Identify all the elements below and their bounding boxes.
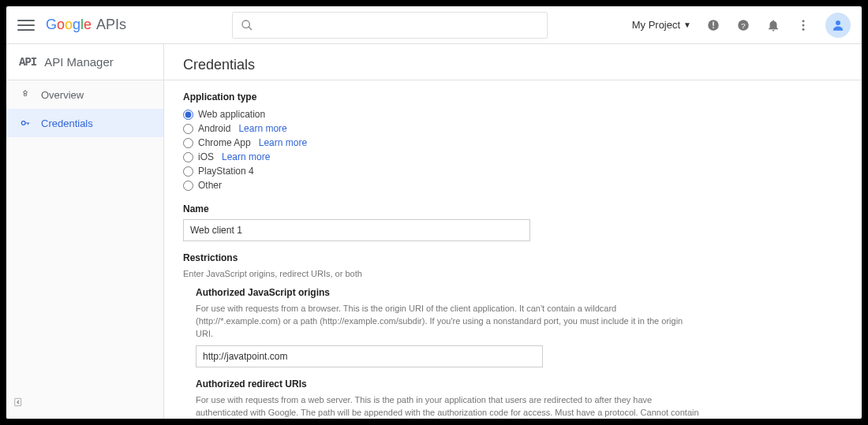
js-origin-input[interactable] [196,345,543,367]
collapse-sidebar-icon[interactable] [6,388,163,419]
alert-icon[interactable] [705,17,721,33]
app-type-android[interactable]: Android Learn more [183,121,843,136]
radio-label: Chrome App [198,137,251,148]
sidebar-item-overview[interactable]: Overview [6,80,163,109]
js-origins-heading: Authorized JavaScript origins [196,287,843,298]
radio-chrome-app[interactable] [183,138,193,148]
learn-more-link[interactable]: Learn more [238,123,286,134]
sidebar-item-credentials[interactable]: Credentials [6,109,163,137]
project-label: My Project [632,19,680,31]
radio-other[interactable] [183,181,193,191]
svg-rect-3 [713,21,714,25]
radio-label: PlayStation 4 [198,166,254,177]
sidebar-title-label: API Manager [44,55,114,69]
sidebar-title: API API Manager [6,44,163,80]
radio-label: Other [198,180,222,191]
svg-point-8 [803,24,805,26]
js-origins-desc: For use with requests from a browser. Th… [196,303,701,341]
account-avatar[interactable] [825,13,851,38]
redirect-uris-desc: For use with requests from a web server.… [196,394,701,419]
app-type-playstation4[interactable]: PlayStation 4 [183,164,843,178]
api-mark-icon: API [19,56,36,69]
more-vert-icon[interactable] [795,17,811,33]
app-type-chrome-app[interactable]: Chrome App Learn more [183,136,843,150]
svg-point-9 [803,28,805,30]
radio-label: Android [198,123,230,134]
application-type-heading: Application type [183,91,843,103]
sidebar-item-label: Credentials [41,117,93,129]
app-type-web-application[interactable]: Web application [183,107,843,121]
radio-android[interactable] [183,124,193,134]
radio-web-application[interactable] [183,110,193,120]
svg-text:?: ? [741,21,746,29]
svg-point-12 [21,121,25,125]
svg-point-7 [803,20,805,22]
learn-more-link[interactable]: Learn more [222,151,270,162]
sidebar: API API Manager Overview Credentials [6,44,164,419]
search-input[interactable] [260,19,539,31]
restrictions-subtext: Enter JavaScript origins, redirect URIs,… [183,268,688,281]
chevron-down-icon: ▼ [683,21,691,29]
search-box[interactable] [232,12,548,39]
notifications-icon[interactable] [765,17,781,33]
page-title: Credentials [183,57,843,73]
client-name-input[interactable] [183,219,530,241]
svg-point-10 [836,21,840,25]
key-icon [19,117,32,129]
app-type-ios[interactable]: iOS Learn more [183,150,843,164]
name-heading: Name [183,203,843,214]
app-type-other[interactable]: Other [183,178,843,192]
radio-label: Web application [198,109,265,120]
search-icon [241,19,253,32]
overview-icon [19,88,32,101]
top-header: Google APIs My Project ▼ ? [6,6,862,44]
redirect-uris-heading: Authorized redirect URIs [196,378,843,390]
learn-more-link[interactable]: Learn more [259,137,307,148]
svg-line-1 [249,27,252,30]
restrictions-heading: Restrictions [183,252,843,263]
sidebar-item-label: Overview [41,89,84,101]
hamburger-menu-icon[interactable] [17,17,35,34]
radio-playstation4[interactable] [183,166,193,177]
main-content: Credentials Application type Web applica… [164,44,862,419]
svg-point-0 [242,21,249,28]
project-selector[interactable]: My Project ▼ [632,19,691,31]
help-icon[interactable]: ? [735,17,751,33]
radio-ios[interactable] [183,152,193,162]
svg-rect-4 [713,27,714,28]
radio-label: iOS [198,151,214,162]
google-apis-logo[interactable]: Google APIs [46,17,126,33]
